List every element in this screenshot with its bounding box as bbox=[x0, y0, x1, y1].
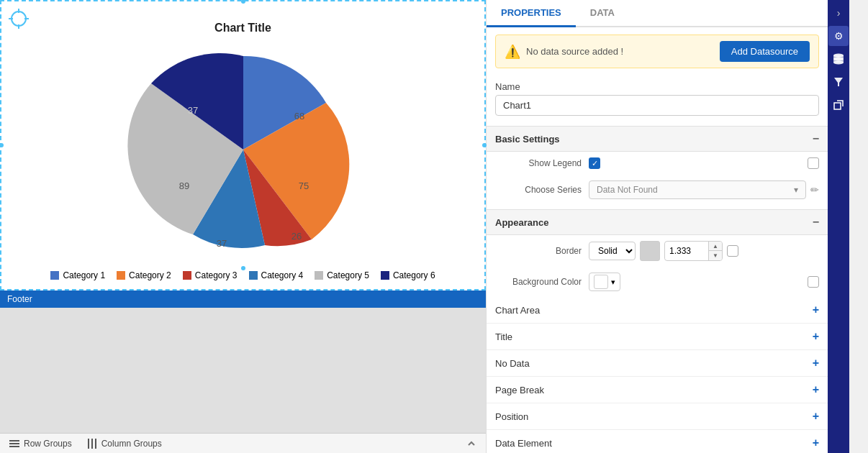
choose-series-label: Choose Series bbox=[495, 185, 582, 195]
sidebar-icons: › ⚙ bbox=[828, 0, 849, 453]
border-width-up[interactable]: ▲ bbox=[709, 242, 722, 251]
legend-color-3 bbox=[183, 271, 191, 280]
legend-label-1: Category 1 bbox=[63, 270, 105, 280]
show-legend-control: ✓ bbox=[589, 157, 819, 169]
warning-text: No data source added ! bbox=[526, 46, 623, 57]
show-legend-label: Show Legend bbox=[495, 158, 582, 168]
border-color-box[interactable] bbox=[640, 241, 660, 261]
name-label: Name bbox=[495, 81, 819, 92]
row-groups-item: Row Groups bbox=[9, 438, 72, 449]
svg-rect-17 bbox=[834, 103, 841, 109]
legend-item-5: Category 5 bbox=[315, 270, 369, 280]
legend-color-6 bbox=[381, 271, 389, 280]
expandable-row-4[interactable]: Position+ bbox=[487, 403, 828, 430]
expand-plus-5[interactable]: + bbox=[813, 436, 819, 449]
sidebar-icon-filter[interactable] bbox=[828, 72, 849, 92]
legend-item-4: Category 4 bbox=[249, 270, 304, 280]
name-input[interactable] bbox=[495, 95, 819, 116]
border-width-down[interactable]: ▼ bbox=[709, 251, 722, 260]
chart-container: Chart Title 68 75 26 37 bbox=[0, 0, 486, 290]
border-label: Border bbox=[495, 246, 582, 256]
expandable-row-0[interactable]: Chart Area+ bbox=[487, 297, 828, 324]
tab-data[interactable]: DATA bbox=[576, 0, 629, 27]
expandable-row-1[interactable]: Title+ bbox=[487, 324, 828, 350]
column-groups-label: Column Groups bbox=[101, 439, 162, 449]
legend-color-1 bbox=[50, 271, 59, 280]
footer-bar: Footer bbox=[0, 290, 486, 308]
svg-rect-10 bbox=[95, 439, 96, 449]
right-panel: PROPERTIES DATA ⚠️ No data source added … bbox=[486, 0, 828, 453]
appearance-label: Appearance bbox=[495, 217, 548, 228]
border-width-spinners: ▲ ▼ bbox=[708, 242, 722, 260]
border-style-select[interactable]: Solid bbox=[589, 242, 636, 260]
row-groups-label: Row Groups bbox=[24, 439, 72, 449]
legend-label-5: Category 5 bbox=[327, 270, 369, 280]
background-color-checkbox[interactable] bbox=[808, 276, 819, 288]
background-color-control: ▾ bbox=[589, 273, 819, 291]
expandable-row-5[interactable]: Data Element+ bbox=[487, 430, 828, 453]
svg-rect-8 bbox=[88, 439, 89, 449]
sidebar-icon-database[interactable] bbox=[828, 49, 849, 69]
slice-label-5: 89 bbox=[178, 180, 189, 191]
series-select-dropdown[interactable]: Data Not Found ▾ bbox=[589, 180, 806, 199]
resize-handle-top[interactable] bbox=[241, 0, 245, 4]
background-color-picker[interactable]: ▾ bbox=[589, 273, 620, 291]
resize-handle-right[interactable] bbox=[482, 143, 487, 147]
datasource-warning: ⚠️ No data source added ! Add Datasource bbox=[495, 35, 819, 68]
column-groups-item: Column Groups bbox=[86, 438, 162, 449]
border-controls-group: Solid ▲ ▼ bbox=[589, 241, 738, 261]
show-legend-checkbox[interactable]: ✓ bbox=[589, 157, 600, 169]
pie-chart-area: 68 75 26 37 89 37 bbox=[1, 35, 484, 265]
expand-plus-0[interactable]: + bbox=[813, 303, 819, 316]
legend-item-3: Category 3 bbox=[183, 270, 238, 280]
basic-settings-header: Basic Settings − bbox=[487, 126, 828, 152]
legend-label-2: Category 2 bbox=[129, 270, 171, 280]
expandable-label-2: No Data bbox=[495, 358, 530, 369]
slice-label-6: 37 bbox=[187, 105, 197, 116]
sidebar-icon-gear[interactable]: ⚙ bbox=[828, 26, 849, 46]
svg-rect-9 bbox=[91, 439, 93, 449]
background-color-swatch bbox=[594, 275, 608, 289]
legend-item-6: Category 6 bbox=[381, 270, 435, 280]
basic-settings-toggle[interactable]: − bbox=[813, 132, 819, 145]
expand-plus-2[interactable]: + bbox=[813, 357, 819, 370]
appearance-header: Appearance − bbox=[487, 209, 828, 235]
pie-chart-svg: 68 75 26 37 89 37 bbox=[107, 35, 380, 265]
sidebar-chevron-right[interactable]: › bbox=[834, 3, 844, 23]
slice-label-3: 26 bbox=[291, 231, 301, 242]
legend-label-3: Category 3 bbox=[195, 270, 238, 280]
collapse-icon[interactable] bbox=[466, 438, 477, 449]
expandable-label-1: Title bbox=[495, 331, 512, 342]
expandable-sections: Chart Area+Title+No Data+Page Break+Posi… bbox=[487, 297, 828, 453]
expand-plus-4[interactable]: + bbox=[813, 410, 819, 423]
border-row: Border Solid ▲ ▼ bbox=[487, 235, 828, 267]
chevron-down-icon: ▾ bbox=[794, 185, 798, 195]
choose-series-control: Data Not Found ▾ ✏ bbox=[589, 180, 819, 199]
sidebar-icon-edit[interactable] bbox=[828, 95, 849, 115]
crosshair-icon bbox=[7, 7, 30, 30]
background-color-row: Background Color ▾ bbox=[487, 267, 828, 297]
border-checkbox[interactable] bbox=[727, 245, 738, 257]
border-width-input[interactable] bbox=[665, 243, 708, 259]
show-legend-extra-checkbox[interactable] bbox=[808, 157, 819, 169]
series-edit-icon[interactable]: ✏ bbox=[810, 184, 819, 196]
svg-marker-16 bbox=[834, 78, 843, 86]
warning-icon: ⚠️ bbox=[505, 44, 520, 60]
expandable-row-3[interactable]: Page Break+ bbox=[487, 377, 828, 403]
resize-handle-bottom[interactable] bbox=[241, 266, 245, 270]
bottom-bar: Row Groups Column Groups bbox=[0, 433, 486, 453]
expand-plus-3[interactable]: + bbox=[813, 383, 819, 396]
expandable-label-4: Position bbox=[495, 411, 528, 422]
slice-label-4: 37 bbox=[216, 238, 226, 249]
svg-point-15 bbox=[833, 61, 844, 65]
add-datasource-button[interactable]: Add Datasource bbox=[720, 41, 810, 62]
warning-message: ⚠️ No data source added ! bbox=[505, 44, 623, 60]
series-select-value: Data Not Found bbox=[597, 185, 658, 195]
expandable-row-2[interactable]: No Data+ bbox=[487, 350, 828, 377]
appearance-toggle[interactable]: − bbox=[813, 216, 819, 229]
expand-plus-1[interactable]: + bbox=[813, 330, 819, 343]
legend-label-6: Category 6 bbox=[393, 270, 435, 280]
chart-title: Chart Title bbox=[214, 22, 271, 35]
svg-rect-5 bbox=[9, 440, 19, 441]
tab-properties[interactable]: PROPERTIES bbox=[487, 0, 576, 27]
